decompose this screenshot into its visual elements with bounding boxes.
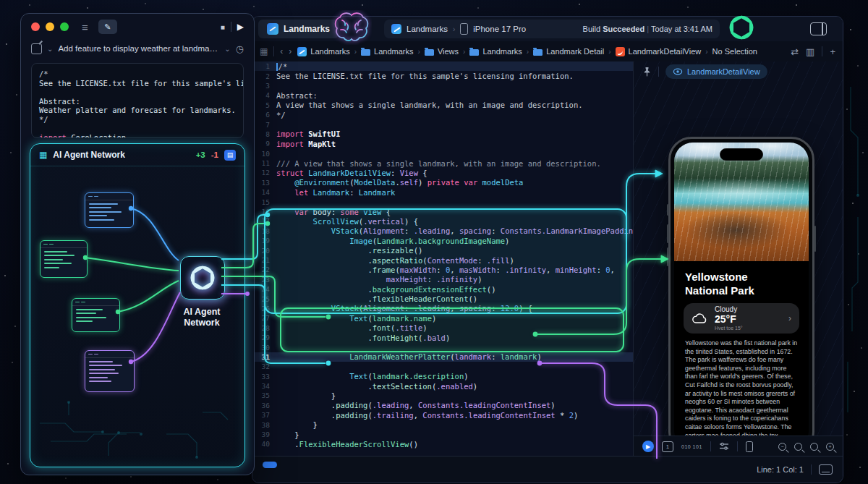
scheme-device-label[interactable]: iPhone 17 Pro (473, 25, 526, 33)
build-status[interactable]: Build Succeeded | Today at 3:41 AM (531, 25, 712, 33)
breadcrumb-item[interactable]: Landmarks (361, 47, 413, 56)
code-line[interactable]: 11/// A view that shows a single landmar… (252, 158, 633, 168)
scheme-selector[interactable]: Landmarks › iPhone 17 Pro Build Succeede… (384, 20, 720, 38)
breadcrumb-item[interactable]: No Selection (712, 47, 757, 56)
code-line[interactable]: 15 (252, 197, 633, 206)
chevron-down-icon[interactable]: ⌄ (224, 45, 230, 53)
task-label[interactable]: Add feature to display weather at landma… (58, 44, 219, 53)
code-line[interactable]: 7 (252, 119, 633, 129)
adjust-editor-icon[interactable]: ▥ (806, 46, 814, 57)
related-items-icon[interactable]: ▦ (260, 46, 268, 56)
code-line[interactable]: 16 var body: some view { (252, 207, 633, 216)
code-line[interactable]: 28 .font(.title) (252, 323, 633, 333)
code-line[interactable]: 14 let Landmark: Landmark (252, 187, 633, 197)
code-line[interactable]: 9import MapKlt (252, 139, 633, 148)
code-line[interactable]: 35 } (252, 391, 633, 400)
keyboard-icon[interactable] (819, 464, 833, 475)
window-tab-landmarks[interactable]: Landmarks (258, 20, 339, 38)
compose-sparkle-button[interactable]: ✎ (98, 20, 117, 34)
breadcrumb-item[interactable]: Landmarks (469, 47, 522, 56)
line-number: 32 (252, 362, 276, 370)
code-line[interactable]: 19 Image(Landmark.backgroundImageName) (252, 236, 633, 245)
stop-icon[interactable]: ■ (221, 23, 225, 31)
variants-button[interactable]: 1 (662, 441, 673, 452)
zoom-fit-icon[interactable] (810, 443, 818, 451)
code-line[interactable]: 18 VStack(Alignment: .leading, spacing: … (252, 226, 633, 236)
document-badge-icon[interactable]: ▤ (224, 150, 236, 161)
code-line[interactable]: 12struct LandmarkDetailView: View { (252, 168, 633, 177)
code-line[interactable]: 39 } (252, 430, 633, 439)
agent-node-blue[interactable] (85, 192, 134, 228)
agent-node-green-2[interactable] (72, 298, 120, 332)
breadcrumb-item[interactable]: Landmarks (297, 47, 349, 56)
zoom-actual-icon[interactable] (794, 443, 802, 451)
code-line[interactable]: 38 } (252, 420, 633, 429)
zoom-window-button[interactable] (60, 22, 69, 31)
code-text: .padding(.leading, Constants.leadingCont… (276, 401, 556, 409)
code-line[interactable]: 24 .backgroundExtensionEffect() (252, 284, 633, 294)
code-line[interactable]: 13 @Environment(ModelData.self) private … (252, 178, 633, 187)
preview-target-pill[interactable]: LandmarkDetailView (665, 64, 767, 79)
agent-node-purple[interactable] (85, 350, 135, 392)
code-line[interactable]: 20 .resizable() (252, 245, 633, 255)
code-line[interactable]: 37 .padding(.trailing, Constants.leading… (252, 410, 633, 420)
zoom-in-icon[interactable]: + (826, 443, 834, 451)
chevron-down-icon[interactable]: ⌄ (47, 45, 53, 53)
swap-editor-icon[interactable]: ⇄ (791, 46, 799, 57)
code-line[interactable]: 30 (252, 342, 633, 352)
weather-platter-card[interactable]: Cloudy 25°F Hvet toe 15° › (684, 303, 799, 334)
breadcrumb-item[interactable]: Views (425, 47, 459, 56)
code-line[interactable]: 32 (252, 362, 633, 371)
code-line[interactable]: 1/* (252, 61, 633, 71)
code-line[interactable]: 34 .textSelection(.enabled) (252, 381, 633, 391)
task-row[interactable]: ⌄ Add feature to display weather at land… (21, 40, 254, 57)
code-editor[interactable]: 1/*2See the LICENSE.txt file for this sa… (252, 61, 633, 457)
add-editor-icon[interactable]: + (830, 46, 835, 57)
line-col-indicator[interactable]: Line: 1 Col: 1 (757, 465, 804, 474)
forward-icon[interactable]: › (289, 46, 292, 56)
close-window-button[interactable] (31, 22, 40, 31)
folder-icon (469, 49, 479, 56)
iphone-preview[interactable]: Yellowstone National Park Cloudy 25°F Hv… (668, 137, 814, 455)
back-icon[interactable]: ‹ (280, 46, 283, 56)
desktop: ≡ ✎ ■ ▶ ⌄ Add feature to display weather… (0, 0, 868, 484)
agent-hub-node[interactable] (180, 256, 225, 300)
minimize-window-button[interactable] (46, 22, 54, 31)
live-preview-button[interactable]: ▶ (642, 441, 654, 452)
play-icon[interactable]: ▶ (237, 22, 244, 32)
code-line[interactable]: 21 .aspectRatio(ContentMode: .fill) (252, 255, 633, 265)
code-line[interactable]: 27 Text(landmark.name) (252, 313, 633, 323)
code-line[interactable]: 5A view that shows a single landmark, wi… (252, 101, 633, 110)
code-line[interactable]: 40 .FlexibleHeaderScrollView() (252, 439, 633, 449)
scheme-project-label[interactable]: Landmarks (407, 25, 448, 33)
code-line[interactable]: 10 (252, 149, 633, 158)
code-line[interactable]: 33 Text(landmark.description) (252, 372, 633, 381)
code-text: .aspectRatio(ContentMode: .fill) (276, 256, 514, 265)
code-line[interactable]: 25 .flexibleHeaderContent() (252, 294, 633, 303)
code-line[interactable]: 17 ScrollView(.vertical) { (252, 216, 633, 226)
code-line[interactable]: 26 VStack(Aligoment: .leading, spacing: … (252, 304, 633, 313)
code-line[interactable]: 36 .padding(.leading, Constants.leadingC… (252, 401, 633, 410)
code-line[interactable]: 4Abstract: (252, 90, 633, 100)
code-line[interactable]: 22 .frame(maxWidth: 0, masWidth: .infini… (252, 265, 633, 274)
code-line[interactable]: 31 LandmarkWeatherPlatter(landmark: land… (252, 352, 633, 362)
code-line[interactable]: 29 .fontHeight(.bald) (252, 333, 633, 342)
snippet-preview: /*See the LICENSE.txt file for this samp… (31, 63, 244, 138)
code-line[interactable]: 2See the LICENSE.txt file for this sampl… (252, 71, 633, 80)
code-line[interactable]: 23 maxHeight: .infinity) (252, 275, 633, 284)
list-icon[interactable]: ≡ (82, 22, 88, 33)
inspector-toggle-icon[interactable] (810, 22, 827, 35)
code-line[interactable]: 3 (252, 81, 633, 90)
debug-binary-icon[interactable]: 010 101 (681, 444, 702, 449)
breadcrumb-item[interactable]: LandmarkDetailView (616, 47, 702, 56)
zoom-out-icon[interactable]: − (778, 443, 786, 451)
pin-icon[interactable] (642, 67, 652, 77)
code-line[interactable]: 6*/ (252, 110, 633, 119)
device-settings-icon[interactable] (719, 442, 729, 451)
code-line[interactable]: 8import SwiftUI (252, 130, 633, 139)
agent-node-green-1[interactable] (40, 240, 88, 278)
breadcrumb-item[interactable]: Landmark Detail (533, 47, 604, 56)
agent-panel-header: ▦ AI Agent Network +3 -1 ▤ (30, 144, 244, 166)
history-icon[interactable]: ◷ (236, 43, 244, 54)
preview-device-icon[interactable] (746, 441, 753, 452)
